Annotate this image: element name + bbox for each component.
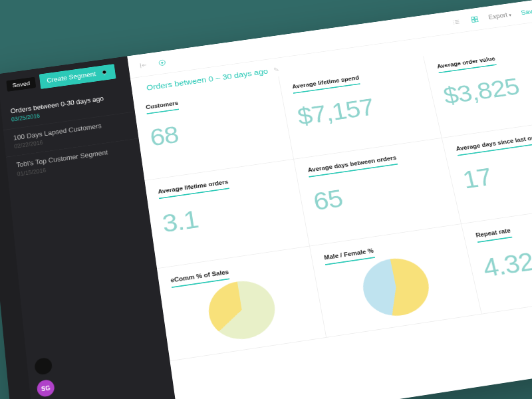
metric-label: Average days since last order <box>456 133 532 156</box>
app-window: Saved Create Segment Orders between 0-30… <box>0 0 532 399</box>
metric-label: Average days between orders <box>307 154 398 178</box>
metric-value: $3,825 <box>441 66 532 110</box>
list-view-icon[interactable] <box>451 17 462 26</box>
collapse-sidebar-icon[interactable] <box>138 61 148 70</box>
metric-label: eComm % of Sales <box>170 269 230 288</box>
svg-rect-6 <box>474 16 477 19</box>
avatar[interactable]: SG <box>37 379 55 398</box>
metric-label: Male / Female % <box>324 247 375 265</box>
metric-grid: Customers 68 Average lifetime spend $7,1… <box>133 37 532 399</box>
saved-indicator[interactable]: Saved ★ <box>520 5 532 17</box>
metric-value: 17 <box>460 148 532 194</box>
metric-value: 65 <box>311 170 443 216</box>
metric-label: Customers <box>146 100 180 114</box>
metric-value: $7,157 <box>295 86 424 131</box>
metric-label: Average lifetime orders <box>158 178 229 199</box>
metric-label: Average order value <box>436 55 497 73</box>
metric-label: Repeat rate <box>475 227 512 243</box>
avatar[interactable] <box>34 357 53 376</box>
main-panel: Export Saved ★ Orders between 0 – 30 day… <box>127 0 532 399</box>
metric-value: 68 <box>148 107 277 152</box>
pie-chart <box>358 254 434 320</box>
svg-rect-8 <box>475 19 478 22</box>
saved-label: Saved <box>520 7 532 16</box>
create-segment-label: Create Segment <box>47 70 96 84</box>
svg-rect-7 <box>471 19 475 22</box>
metric-label: Average lifetime spend <box>292 74 360 94</box>
pie-chart <box>205 277 279 343</box>
grid-view-icon[interactable] <box>469 15 480 23</box>
target-icon[interactable] <box>157 58 167 67</box>
svg-point-4 <box>162 62 164 63</box>
export-dropdown[interactable]: Export <box>487 11 512 21</box>
segment-list: Orders between 0-30 days ago 03/25/2016 … <box>0 84 142 187</box>
create-segment-button[interactable]: Create Segment <box>39 64 116 89</box>
metric-value: 4.32% <box>480 235 532 283</box>
metric-value: 3.1 <box>160 191 293 238</box>
lightbulb-icon <box>100 68 108 76</box>
saved-pill: Saved <box>6 77 36 92</box>
edit-title-icon[interactable]: ✎ <box>273 66 279 73</box>
svg-rect-5 <box>471 17 474 19</box>
collaborator-avatars: DR TL SG <box>34 357 60 399</box>
svg-point-2 <box>102 70 106 74</box>
